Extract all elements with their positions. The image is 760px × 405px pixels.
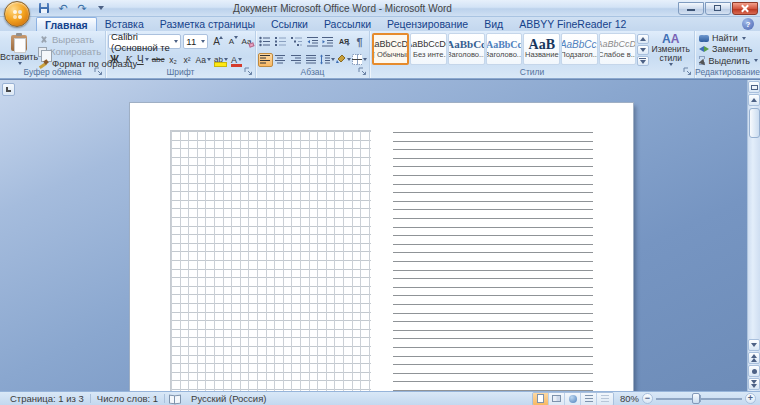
style-title[interactable]: AaB Название <box>523 33 560 65</box>
tab-insert[interactable]: Вставка <box>97 17 152 31</box>
shrink-font-button[interactable]: А <box>225 35 238 49</box>
scrollbar-thumb[interactable] <box>749 108 760 138</box>
minimize-button[interactable] <box>678 2 704 15</box>
zoom-in-button[interactable]: + <box>745 393 756 404</box>
numbering-button[interactable] <box>274 35 289 49</box>
change-case-button[interactable]: Аа <box>195 53 213 67</box>
chevron-down-icon <box>224 58 228 61</box>
clipboard-dialog-launcher[interactable] <box>94 67 103 76</box>
paragraph-dialog-launcher[interactable] <box>358 67 367 76</box>
redo-button[interactable]: ↷ <box>74 1 90 15</box>
zoom-slider-thumb[interactable] <box>692 393 700 404</box>
increase-indent-button[interactable] <box>321 35 336 49</box>
tab-abbyy-finereader[interactable]: ABBYY FineReader 12 <box>511 17 634 31</box>
chevron-down-icon <box>640 60 646 64</box>
font-size-combobox[interactable]: 11 <box>183 34 208 49</box>
sort-button[interactable]: АЯ <box>337 35 352 49</box>
justify-button[interactable] <box>305 53 319 67</box>
font-dialog-launcher[interactable] <box>244 67 253 76</box>
style-no-spacing[interactable]: AaBbCcDc ¶ Без инте... <box>410 33 447 65</box>
close-button[interactable] <box>732 2 758 15</box>
print-layout-view-button[interactable] <box>533 393 549 405</box>
styles-scroll-down-button[interactable] <box>637 45 649 55</box>
tab-references[interactable]: Ссылки <box>263 17 316 31</box>
tab-home[interactable]: Главная <box>36 17 97 31</box>
show-hide-marks-button[interactable]: ¶ <box>352 35 367 49</box>
find-button[interactable]: Найти <box>699 33 758 43</box>
zoom-out-button[interactable]: − <box>642 393 653 404</box>
select-browse-object-button[interactable] <box>748 365 760 377</box>
clear-formatting-button[interactable]: Аа <box>240 35 253 49</box>
scrollbar-track[interactable] <box>748 139 760 339</box>
grow-font-button[interactable]: А <box>210 35 223 49</box>
multilevel-list-button[interactable] <box>289 35 304 49</box>
align-right-button[interactable] <box>289 53 303 67</box>
vertical-scrollbar[interactable] <box>747 80 760 391</box>
strikethrough-button[interactable]: abc <box>151 53 166 67</box>
tab-view[interactable]: Вид <box>476 17 511 31</box>
style-heading2[interactable]: AaBbCc Заголово... <box>486 33 523 65</box>
language-indicator[interactable]: Русский (Россия) <box>185 393 272 404</box>
bold-button[interactable]: Ж <box>108 53 121 67</box>
styles-dialog-launcher[interactable] <box>683 67 692 76</box>
style-subtitle[interactable]: AaBbCc. Подзагол... <box>561 33 598 65</box>
subscript-button[interactable]: x₂ <box>167 53 180 67</box>
replace-button[interactable]: Заменить <box>699 44 758 54</box>
change-styles-button[interactable]: АA Изменить стили <box>649 33 692 66</box>
superscript-button[interactable]: x² <box>181 53 194 67</box>
italic-button[interactable]: К <box>122 53 135 67</box>
align-left-button[interactable] <box>258 53 273 67</box>
zoom-slider[interactable] <box>656 393 742 404</box>
office-button[interactable] <box>4 1 30 27</box>
outline-view-button[interactable] <box>581 393 597 405</box>
bullets-button[interactable] <box>258 35 273 49</box>
style-normal[interactable]: AaBbCcDc ¶ Обычный <box>372 33 409 65</box>
word-count[interactable]: Число слов: 1 <box>91 393 164 404</box>
chevron-down-icon <box>238 58 242 61</box>
style-heading1[interactable]: AaBbCс Заголово... <box>448 33 485 65</box>
draft-view-button[interactable] <box>597 393 613 405</box>
tab-page-layout[interactable]: Разметка страницы <box>152 17 263 31</box>
page-indicator[interactable]: Страница: 1 из 3 <box>4 393 90 404</box>
maximize-button[interactable] <box>705 2 731 15</box>
paste-button[interactable]: Вставить <box>2 33 36 66</box>
fullscreen-reading-view-button[interactable] <box>549 393 565 405</box>
tab-stop-icon <box>6 87 11 92</box>
ruler-toggle-button[interactable] <box>748 81 760 93</box>
help-icon[interactable]: ? <box>742 18 754 30</box>
styles-gallery-more-button[interactable] <box>637 56 649 66</box>
underline-button[interactable]: Ч <box>136 53 150 67</box>
document-page[interactable] <box>130 103 633 391</box>
styles-scroll-up-button[interactable] <box>637 34 649 44</box>
previous-page-button[interactable] <box>748 352 760 364</box>
tab-review[interactable]: Рецензирование <box>379 17 476 31</box>
qat-customize-button[interactable] <box>93 1 109 15</box>
font-color-button[interactable]: А <box>230 53 243 67</box>
highlight-color-button[interactable]: ab <box>213 53 229 67</box>
replace-label: Заменить <box>712 44 752 54</box>
group-editing: Найти Заменить Выделить Редактирование <box>695 31 760 78</box>
font-name-combobox[interactable]: Calibri (Основной те <box>108 34 181 49</box>
web-layout-view-button[interactable] <box>565 393 581 405</box>
tab-mailings[interactable]: Рассылки <box>316 17 379 31</box>
tab-stop-selector-button[interactable] <box>2 83 15 96</box>
proofing-status-icon[interactable] <box>169 394 181 403</box>
decrease-indent-button[interactable] <box>305 35 320 49</box>
web-layout-icon <box>569 395 577 403</box>
scroll-down-button[interactable] <box>748 339 760 351</box>
style-subtle-emphasis[interactable]: AaBbCcDt Слабое в... <box>599 33 636 65</box>
undo-button[interactable]: ↶ <box>55 1 71 15</box>
zoom-level[interactable]: 80% <box>617 393 639 404</box>
select-button[interactable]: Выделить <box>699 56 758 66</box>
find-label: Найти <box>712 33 738 43</box>
next-page-button[interactable] <box>748 378 760 390</box>
shading-button[interactable] <box>336 53 351 67</box>
align-center-button[interactable] <box>274 53 288 67</box>
line-spacing-button[interactable] <box>320 53 335 67</box>
double-down-icon2 <box>751 384 757 388</box>
borders-button[interactable] <box>352 53 367 67</box>
chevron-down-icon <box>754 59 758 62</box>
scroll-up-button[interactable] <box>748 94 760 106</box>
select-icon <box>699 56 705 65</box>
save-button[interactable] <box>36 1 52 15</box>
